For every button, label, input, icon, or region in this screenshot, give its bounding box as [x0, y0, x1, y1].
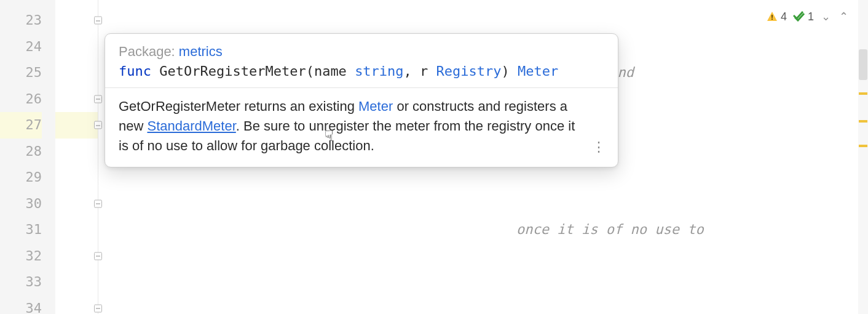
package-label: Package:: [119, 44, 179, 59]
line-number: 29: [0, 164, 42, 191]
doc-link-standardmeter[interactable]: StandardMeter: [147, 118, 235, 134]
code-line[interactable]: once it is of no use to: [105, 217, 868, 243]
quick-doc-popup[interactable]: Package: metrics func GetOrRegisterMeter…: [105, 33, 618, 167]
package-link[interactable]: metrics: [179, 44, 223, 59]
type-link[interactable]: Registry: [436, 63, 502, 79]
error-stripe[interactable]: [858, 0, 868, 314]
keyword: func: [119, 63, 151, 79]
line-number-gutter: 23 24 25 26 27 28 29 30 31 32 33 34: [0, 0, 55, 314]
line-number: 33: [0, 269, 42, 296]
doc-text: GetOrRegisterMeter returns an existing: [119, 99, 358, 114]
line-number: 28: [0, 139, 42, 165]
doc-package: Package: metrics: [119, 44, 604, 60]
warning-indicator[interactable]: 4: [766, 10, 787, 23]
comment-text: once it is of no use to: [105, 222, 704, 237]
line-number: 34: [0, 296, 42, 315]
check-icon: [793, 10, 805, 23]
line-number: 31: [0, 217, 42, 243]
warning-count: 4: [781, 10, 787, 23]
line-number: 26: [0, 86, 42, 113]
doc-header: Package: metrics func GetOrRegisterMeter…: [105, 34, 618, 88]
type-link[interactable]: Meter: [518, 63, 558, 79]
ok-indicator[interactable]: 1: [793, 10, 814, 23]
inspection-indicators: 4 1 ⌄ ⌃: [766, 10, 850, 23]
line-number: 25: [0, 60, 42, 86]
sig-text: GetOrRegisterMeter(name: [151, 63, 355, 79]
code-line[interactable]: [105, 296, 868, 315]
more-actions-icon[interactable]: ⋮: [592, 137, 607, 157]
type-link[interactable]: string: [355, 63, 403, 79]
line-number: 32: [0, 243, 42, 270]
warning-icon: [766, 10, 778, 23]
line-number: 30: [0, 191, 42, 217]
line-number: 24: [0, 34, 42, 60]
fold-gutter: [55, 0, 98, 314]
scrollbar-thumb[interactable]: [859, 49, 867, 80]
stripe-warning-mark[interactable]: [859, 145, 867, 147]
doc-signature: func GetOrRegisterMeter(name string, r R…: [119, 63, 604, 79]
ok-count: 1: [808, 10, 814, 23]
svg-rect-1: [771, 18, 773, 20]
line-number: 23: [0, 7, 42, 34]
chevron-down-icon[interactable]: ⌄: [820, 10, 832, 23]
stripe-warning-mark[interactable]: [859, 120, 867, 123]
chevron-up-icon[interactable]: ⌃: [838, 10, 850, 23]
stripe-warning-mark[interactable]: [859, 92, 867, 95]
sig-text: ): [502, 63, 518, 79]
svg-rect-0: [771, 15, 773, 18]
doc-link-meter[interactable]: Meter: [358, 99, 393, 114]
doc-body: GetOrRegisterMeter returns an existing M…: [105, 88, 618, 167]
line-number: 27: [0, 112, 42, 139]
sig-text: , r: [404, 63, 436, 79]
